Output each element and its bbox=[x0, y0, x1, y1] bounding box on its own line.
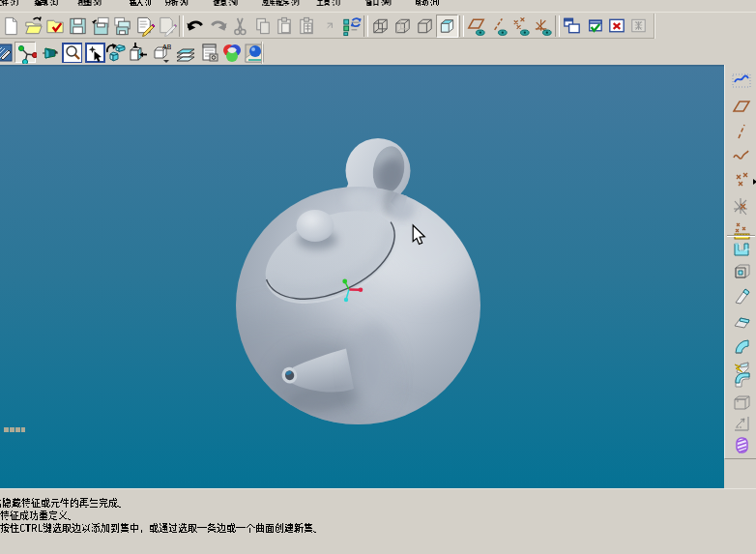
svg-text:AB: AB bbox=[162, 44, 171, 50]
